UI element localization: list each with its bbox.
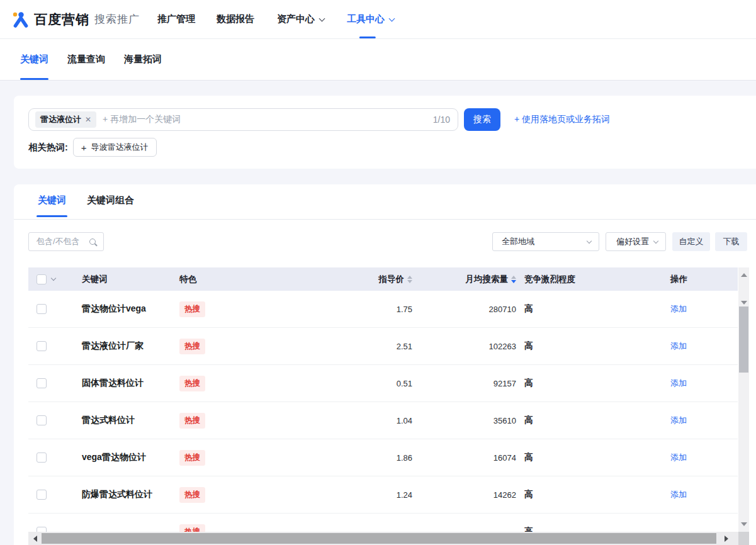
col-header-monthly-volume[interactable]: 月均搜索量 (412, 274, 516, 285)
horizontal-scroll-thumb[interactable] (42, 533, 716, 544)
keyword-chip: 雷达液位计 ✕ (35, 111, 96, 128)
keyword-search-panel: 雷达液位计 ✕ + 再增加一个关键词 1/10 搜索 + 使用落地页或业务拓词 … (14, 96, 756, 169)
scroll-left-arrow[interactable] (30, 532, 41, 545)
monthly-volume-value: 35610 (494, 416, 516, 425)
table-row: 雷达式料位计热搜1.0435610高添加 (28, 402, 738, 439)
add-keyword-link[interactable]: 添加 (670, 378, 687, 389)
monthly-volume-value: 16074 (494, 453, 516, 463)
hot-search-badge: 热搜 (179, 450, 205, 466)
table-row: 防爆雷达式料位计热搜1.2414262高添加 (28, 476, 738, 514)
hot-search-badge: 热搜 (179, 339, 205, 354)
add-keyword-link[interactable]: 添加 (670, 340, 687, 352)
vertical-scroll-thumb[interactable] (739, 306, 748, 373)
hot-search-badge: 热搜 (179, 413, 205, 429)
keyword-input[interactable]: 雷达液位计 ✕ + 再增加一个关键词 1/10 (28, 108, 458, 131)
scroll-down-arrow[interactable] (738, 518, 749, 531)
nav-item-promotion-management[interactable]: 推广管理 (156, 0, 196, 38)
add-keyword-link[interactable]: 添加 (670, 489, 687, 500)
add-keyword-link[interactable]: 添加 (670, 452, 687, 463)
monthly-volume-value: 280710 (489, 305, 516, 314)
guide-price-value: 1.04 (397, 416, 412, 425)
table-row: 雷达物位计vega热搜1.75280710高添加 (28, 291, 738, 328)
region-select[interactable]: 全部地域 (492, 232, 599, 251)
download-button[interactable]: 下载 (715, 232, 747, 251)
sort-icon[interactable] (407, 276, 412, 283)
scrollbar-corner (738, 532, 749, 545)
table-row: 雷达液位计厂家热搜2.51102263高添加 (28, 328, 738, 365)
row-checkbox[interactable] (37, 304, 47, 314)
row-checkbox[interactable] (37, 415, 47, 425)
tab-mass-expansion[interactable]: 海量拓词 (124, 39, 162, 80)
chevron-down-icon (653, 238, 658, 243)
keyword-text: vega雷达物位计 (82, 452, 146, 463)
monthly-volume-value: 14262 (494, 490, 516, 500)
competition-value: 高 (524, 452, 533, 463)
keyword-text: 雷达式料位计 (82, 415, 135, 426)
table-row: 固体雷达料位计热搜0.5192157高添加 (28, 365, 738, 402)
keyword-text: 固体雷达料位计 (82, 378, 144, 389)
guide-price-value: 1.24 (397, 490, 412, 500)
col-header-guide-price[interactable]: 指导价 (343, 274, 412, 285)
table-body: 雷达物位计vega热搜1.75280710高添加雷达液位计厂家热搜2.51102… (28, 291, 738, 545)
keyword-text: 雷达液位计厂家 (82, 340, 144, 352)
competition-value: 高 (524, 340, 533, 352)
nav-item-tool-center[interactable]: 工具中心 (346, 0, 395, 38)
hot-search-badge: 热搜 (179, 487, 205, 503)
related-hotwords-label: 相关热词: (28, 142, 68, 154)
competition-value: 高 (524, 303, 533, 315)
table-row: vega雷达物位计热搜1.8616074高添加 (28, 439, 738, 476)
scroll-up-arrow[interactable] (738, 269, 749, 281)
baidu-marketing-logo-icon (11, 10, 30, 29)
chip-close-icon[interactable]: ✕ (85, 115, 91, 124)
keyword-counter: 1/10 (433, 115, 450, 125)
col-header-actions: 操作 (661, 274, 738, 285)
table-header-row: 关键词 特色 指导价 月均搜索量 竞争激烈程度 操作 (28, 267, 738, 291)
row-checkbox[interactable] (37, 378, 47, 388)
plus-icon: + (81, 142, 87, 153)
row-checkbox[interactable] (37, 341, 47, 351)
chevron-down-icon (319, 15, 325, 21)
keyword-text: 防爆雷达式料位计 (82, 489, 152, 500)
filter-placeholder: 包含/不包含 (37, 236, 89, 247)
row-checkbox[interactable] (37, 490, 47, 500)
hot-search-badge: 热搜 (179, 301, 205, 317)
result-tab-keyword-combos[interactable]: 关键词组合 (87, 194, 134, 217)
chevron-down-icon (587, 238, 592, 243)
vertical-scrollbar[interactable] (738, 267, 749, 532)
keyword-results-panel: 关键词 关键词组合 包含/不包含 全部地域 偏好设置 自定义 下载 (14, 184, 756, 545)
row-checkbox[interactable] (37, 452, 47, 463)
sort-desc-icon[interactable] (511, 276, 516, 283)
nav-item-data-report[interactable]: 数据报告 (215, 0, 256, 38)
top-navbar: 百度营销 搜索推广 推广管理 数据报告 资产中心 工具中心 (0, 0, 756, 39)
contain-filter-input[interactable]: 包含/不包含 (28, 232, 104, 251)
customize-button[interactable]: 自定义 (672, 232, 710, 251)
competition-value: 高 (524, 378, 533, 389)
scroll-right-arrow[interactable] (721, 532, 732, 545)
nav-item-asset-center[interactable]: 资产中心 (276, 0, 325, 38)
result-tabs: 关键词 关键词组合 (14, 184, 756, 220)
main-nav: 推广管理 数据报告 资产中心 工具中心 (156, 0, 395, 38)
search-button[interactable]: 搜索 (464, 108, 500, 131)
competition-value: 高 (524, 489, 533, 500)
guide-price-value: 0.51 (397, 379, 412, 388)
select-all-checkbox[interactable] (37, 274, 47, 284)
add-keyword-link[interactable]: 添加 (670, 303, 687, 315)
result-tab-keywords[interactable]: 关键词 (38, 194, 66, 217)
select-dropdown-icon[interactable] (51, 276, 56, 281)
horizontal-scrollbar[interactable] (28, 532, 738, 545)
competition-value: 高 (524, 415, 533, 426)
guide-price-value: 1.75 (397, 305, 412, 314)
add-keyword-link[interactable]: 添加 (670, 415, 687, 426)
keyword-input-placeholder: + 再增加一个关键词 (103, 114, 433, 125)
related-hotword-button[interactable]: + 导波雷达液位计 (73, 138, 157, 157)
tab-keywords[interactable]: 关键词 (20, 39, 48, 80)
preference-select[interactable]: 偏好设置 (606, 232, 666, 251)
brand-title: 百度营销 (34, 11, 89, 28)
table-toolbar: 包含/不包含 全部地域 偏好设置 自定义 下载 (28, 232, 747, 251)
tab-traffic-query[interactable]: 流量查询 (67, 39, 105, 80)
brand-subtitle: 搜索推广 (94, 12, 140, 26)
search-icon (89, 239, 96, 245)
landing-page-expand-link[interactable]: + 使用落地页或业务拓词 (514, 114, 610, 125)
guide-price-value: 1.86 (397, 453, 412, 463)
guide-price-value: 2.51 (397, 342, 412, 351)
